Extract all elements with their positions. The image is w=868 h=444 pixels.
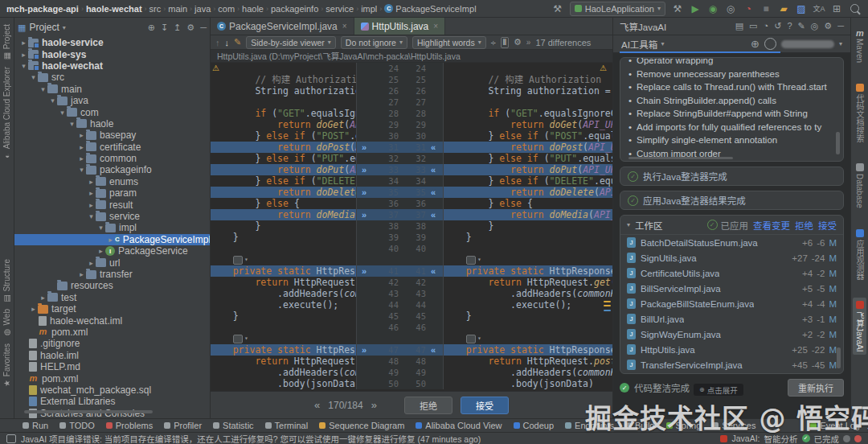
file-item-BatchDetailStatusEnum.java[interactable]: JBatchDetailStatusEnum.java+6-6M bbox=[620, 235, 843, 250]
tree-item-PackageServiceImpl[interactable]: ▸CPackageServiceImpl bbox=[14, 234, 210, 245]
diff-right-line[interactable]: return HttpRequest.get(url) bbox=[444, 277, 612, 288]
profiler-icon[interactable]: ◔ bbox=[741, 2, 755, 16]
tool-window-button-statistic[interactable]: Statistic bbox=[213, 421, 254, 430]
tree-item-packageinfo[interactable]: ▾packageinfo bbox=[14, 164, 210, 175]
ai-toolbox-dropdown-icon[interactable]: ▾ bbox=[661, 40, 664, 47]
folded-comment-icon[interactable]: ▾ bbox=[233, 254, 248, 265]
tree-item-com[interactable]: ▾com bbox=[14, 106, 210, 117]
diff-right-line[interactable] bbox=[444, 322, 612, 333]
screencast-icon[interactable]: ▭ bbox=[749, 21, 757, 31]
diff-right-line[interactable]: .execute(); bbox=[444, 299, 612, 310]
viewer-mode-dropdown[interactable]: Side-by-side viewer▾ bbox=[246, 36, 336, 49]
diff-right-line[interactable]: } else if ("PUT".equalsIgnoreCa bbox=[444, 153, 612, 164]
collapse-arrow-icon[interactable]: ▾ bbox=[19, 62, 28, 70]
edit-diff-icon[interactable]: ✎ bbox=[234, 37, 241, 47]
apply-right-chevron-icon[interactable]: » bbox=[357, 344, 371, 356]
debug-icon[interactable]: ◉ bbox=[706, 2, 720, 16]
pet-icon[interactable] bbox=[843, 435, 850, 442]
diff-left-line[interactable]: ▾ bbox=[211, 333, 356, 344]
file-item-HttpUtils.java[interactable]: JHttpUtils.java+25-22M bbox=[620, 342, 843, 357]
diff-row[interactable]: } else {»3636« } else { bbox=[211, 198, 612, 209]
diff-left-line[interactable]: String authorization = SignU bbox=[211, 85, 356, 97]
diff-row-changed[interactable]: return doMedia(API_URL_PREF»3737« return… bbox=[211, 209, 612, 220]
diff-right-line[interactable]: if ("GET".equalsIgnoreCase(met bbox=[444, 108, 612, 119]
diff-left-line[interactable]: } bbox=[211, 232, 356, 243]
event-log-button[interactable]: Event Log bbox=[810, 421, 860, 430]
diff-right-line[interactable]: return doPut(API_URL_PREFIX bbox=[444, 164, 612, 175]
folded-comment-icon[interactable]: ▾ bbox=[466, 254, 481, 265]
folded-comment-icon[interactable]: ▾ bbox=[233, 333, 248, 344]
diff-row[interactable]: if ("GET".equalsIgnoreCase(met»2828« if … bbox=[211, 108, 612, 119]
diff-left-line[interactable]: return HttpRequest.post(url) bbox=[211, 356, 356, 367]
diff-row[interactable]: } else if ("DELETE".equalsIg»3434« } els… bbox=[211, 175, 612, 187]
diff-right-line[interactable]: return HttpRequest.post(url) bbox=[444, 356, 612, 367]
file-item-SignUtils.java[interactable]: JSignUtils.java+27-24M bbox=[620, 250, 843, 265]
tree-item-wechatmchpackage.sql[interactable]: wechat_mch_package.sql bbox=[14, 384, 210, 396]
tool-strip-feisuan-javaai[interactable]: 飞算JavaAI bbox=[853, 298, 866, 356]
whitespace-dropdown[interactable]: Do not ignore▾ bbox=[341, 36, 407, 49]
diff-row[interactable]: »4646« bbox=[211, 322, 612, 333]
collapse-all-icon[interactable]: ↥ bbox=[174, 23, 181, 33]
diff-left-line[interactable]: .addHeaders(commonHeaders) bbox=[211, 288, 356, 299]
tool-strip-structure[interactable]: ▤Structure bbox=[2, 259, 11, 303]
tree-item-haole-wechat[interactable]: ▾haole-wechat bbox=[14, 60, 210, 72]
tree-item-pom.xml[interactable]: mpom.xml bbox=[14, 327, 210, 338]
tool-window-button-problems[interactable]: Problems bbox=[106, 421, 153, 430]
tool-strip-project[interactable]: ▦Project bbox=[2, 24, 11, 60]
tree-item-main[interactable]: ▾main bbox=[14, 84, 210, 95]
tool-window-button-run[interactable]: Run bbox=[23, 421, 48, 430]
collapse-unchanged-icon[interactable]: ÷ bbox=[491, 38, 496, 47]
tree-item-.gitignore[interactable]: .gitignore bbox=[14, 338, 210, 349]
diff-left-line[interactable]: return doMedia(API_URL_PREF bbox=[211, 209, 356, 220]
tree-item-haole-wechat.iml[interactable]: haole-wechat.iml bbox=[14, 314, 210, 326]
highlight-mode-dropdown[interactable]: Highlight words▾ bbox=[412, 36, 486, 49]
record-icon[interactable]: ◎ bbox=[811, 21, 819, 31]
apply-left-chevron-icon[interactable]: « bbox=[426, 164, 440, 175]
apply-right-chevron-icon[interactable]: » bbox=[357, 187, 371, 198]
diff-row[interactable]: } else if ("POST".equalsIgnoreC»3030« } … bbox=[211, 130, 612, 142]
account-dropdown-icon[interactable]: ▾ bbox=[839, 40, 842, 47]
run-config-selector[interactable]: HaoLeApplication ▾ bbox=[570, 2, 665, 16]
collapse-arrow-icon[interactable]: ▾ bbox=[29, 73, 38, 81]
diff-right-line[interactable] bbox=[444, 97, 612, 108]
diff-right-line[interactable]: private static HttpResponse doGet( bbox=[444, 265, 612, 277]
diff-left-line[interactable]: return doPut(API_URL_PREFIX bbox=[211, 164, 356, 175]
collapse-arrow-icon[interactable]: ▾ bbox=[77, 166, 86, 174]
diff-left-line[interactable]: ▾ bbox=[211, 254, 356, 265]
tree-item-impl[interactable]: ▾impl bbox=[14, 222, 210, 233]
file-item-BillServiceImpl.java[interactable]: JBillServiceImpl.java+5-5M bbox=[620, 281, 843, 296]
diff-row[interactable]: »2424« bbox=[211, 63, 612, 74]
file-item-PackageBillStateEnum.java[interactable]: JPackageBillStateEnum.java+4-4M bbox=[620, 296, 843, 311]
breadcrumb-item-impl[interactable]: impl bbox=[361, 4, 377, 14]
diff-left-line[interactable]: } else if ("DELETE".equalsIg bbox=[211, 175, 356, 187]
diff-left-line[interactable]: .addHeaders(commonHeaders) bbox=[211, 367, 356, 378]
expand-hint-pill[interactable]: ⊕ 点击展开 bbox=[694, 384, 743, 396]
hide-panel-icon[interactable]: ─ bbox=[200, 23, 207, 33]
tree-item-HELP.md[interactable]: HELP.md bbox=[14, 361, 210, 372]
error-indicator-icon[interactable] bbox=[854, 435, 862, 442]
tool-window-button-endpoints[interactable]: Endpoints bbox=[565, 421, 614, 430]
diff-row[interactable]: }»4545« } bbox=[211, 310, 612, 322]
diff-left-line[interactable]: // 构建 Authorization bbox=[211, 74, 356, 85]
next-change-button[interactable]: » bbox=[371, 399, 377, 411]
prev-difference-icon[interactable]: ↑ bbox=[215, 38, 220, 47]
collapse-arrow-icon[interactable]: ▾ bbox=[48, 97, 57, 105]
expand-arrow-icon[interactable]: ▸ bbox=[19, 51, 28, 59]
tool-strip-web[interactable]: ◍Web bbox=[2, 309, 11, 336]
collapse-arrow-icon[interactable]: ▾ bbox=[39, 85, 47, 93]
diff-right-line[interactable]: return doGet(API_URL_PREFIX bbox=[444, 119, 612, 130]
diff-code-area[interactable]: ⚠ ⚠ »2424« // 构建 Authorization»2525« // … bbox=[211, 63, 612, 391]
apply-right-chevron-icon[interactable]: » bbox=[357, 209, 371, 220]
tree-item-service[interactable]: ▾service bbox=[14, 211, 210, 222]
breadcrumb-item-main[interactable]: main bbox=[168, 4, 187, 14]
editor-tab-PackageServiceImpl.java[interactable]: CPackageServiceImpl.java× bbox=[211, 18, 354, 35]
breadcrumb-item-service[interactable]: service bbox=[326, 4, 354, 14]
stop-icon[interactable]: ■ bbox=[759, 2, 773, 16]
diff-left-line[interactable]: return HttpRequest.get(url) bbox=[211, 277, 356, 288]
diff-row[interactable]: .body(jsonData)»5050« .body(jsonData) bbox=[211, 378, 612, 389]
notification-icon[interactable] bbox=[6, 434, 16, 443]
tree-item-resources[interactable]: resources bbox=[14, 280, 210, 291]
tool-window-button-profiler[interactable]: Profiler bbox=[164, 421, 202, 430]
breadcrumb-item-haole[interactable]: haole bbox=[242, 4, 264, 14]
folder-tool-icon[interactable]: ▨ bbox=[794, 2, 809, 16]
